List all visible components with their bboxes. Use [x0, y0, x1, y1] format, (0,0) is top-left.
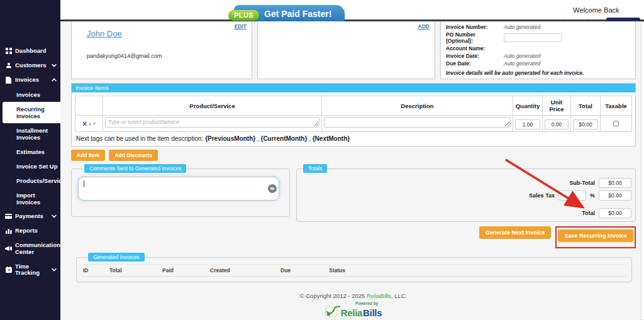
invoice-number-label: Invoice Number: — [446, 24, 504, 30]
sidebar-item-label: Customers — [15, 62, 47, 69]
sidebar-item-installment-invoices[interactable]: Installment Invoices — [0, 123, 60, 145]
sidebar-item-dashboard[interactable]: Dashboard — [0, 44, 60, 58]
tag-separator: , — [307, 135, 312, 142]
sidebar-item-label: Invoice Set Up — [16, 163, 57, 170]
chevron-down-icon — [52, 63, 57, 67]
total-label: Total — [582, 210, 595, 216]
sidebar-item-payments[interactable]: Payments — [0, 209, 60, 224]
move-down-icon[interactable]: ▾ — [93, 121, 96, 126]
reliabills-logo: Powered by ReliaBills — [325, 301, 382, 320]
taxable-checkbox[interactable] — [613, 121, 619, 126]
column-header-total: Total — [108, 265, 161, 277]
subtotal-input[interactable] — [599, 178, 631, 188]
copyright-prefix: © Copyright 2012 - 2025 — [300, 292, 367, 299]
sidebar-item-label: Payments — [15, 213, 43, 220]
customer-panel: EDIT John Doe pandakyung0414@gmail.com — [71, 21, 252, 79]
sidebar-item-label: Import Invoices — [16, 192, 40, 206]
generate-next-invoice-button[interactable]: Generate Next Invoice — [479, 226, 552, 239]
sidebar-item-estimates[interactable]: Estimates — [0, 145, 60, 159]
comments-textarea[interactable] — [78, 177, 279, 201]
chevron-down-icon — [52, 214, 57, 218]
edit-customer-link[interactable]: EDIT — [235, 23, 247, 30]
sales-tax-rate-input[interactable] — [558, 190, 586, 201]
product-service-input[interactable] — [105, 117, 319, 128]
reliabills-logo-icon — [325, 306, 340, 320]
scrollbar-track[interactable] — [641, 21, 644, 320]
sidebar-item-import-invoices[interactable]: Import Invoices — [0, 188, 60, 209]
sidebar-item-invoice-set-up[interactable]: Invoice Set Up — [0, 159, 60, 174]
reliabills-link[interactable]: ReliaBills — [367, 292, 391, 299]
po-number-label: PO Number (Optional): — [446, 31, 504, 44]
sidebar-item-invoices-list[interactable]: Invoices — [0, 87, 60, 102]
sidebar-item-label: Installment Invoices — [16, 127, 48, 141]
bar-chart-icon — [5, 228, 12, 234]
sidebar-item-time-tracking[interactable]: Time Tracking — [0, 260, 60, 281]
sidebar-item-label: Invoices — [15, 77, 39, 84]
add-link[interactable]: ADD — [418, 23, 430, 30]
tag-previous-month: {PreviousMonth} — [205, 135, 255, 142]
generated-invoices-panel: Generated Invoices ID Total Paid Created… — [76, 253, 632, 282]
invoices-submenu: Invoices Recurring Invoices Installment … — [0, 87, 60, 209]
secondary-contact-panel: ADD — [257, 21, 435, 79]
sidebar-item-reports[interactable]: Reports — [0, 224, 60, 238]
percent-sign: % — [590, 192, 595, 199]
column-header-description: Description — [322, 96, 513, 116]
page-footer: © Copyright 2012 - 2025 ReliaBills, LLC.… — [71, 292, 636, 320]
invoice-items-table: Product/Service Description Quantity Uni… — [75, 96, 632, 132]
sidebar-item-customers[interactable]: Customers — [0, 58, 60, 73]
move-up-icon[interactable]: ▴ — [89, 121, 91, 126]
total-input[interactable] — [573, 119, 598, 130]
megaphone-icon — [5, 246, 12, 251]
totals-panel: Totals Sub-Total Sales Tax % Total — [296, 164, 636, 222]
top-bar: PLUS Get Paid Faster! Click here Welcome… — [60, 0, 644, 21]
column-header-unit-price: Unit Price — [543, 96, 571, 116]
add-item-button[interactable]: Add Item — [71, 150, 105, 161]
invoice-number-value: Auto generated — [504, 24, 540, 30]
sidebar-item-label: Time Tracking — [15, 263, 48, 277]
chevron-down-icon — [52, 268, 57, 272]
column-header-id: ID — [82, 265, 108, 277]
add-discounts-button[interactable]: Add Discounts — [109, 150, 158, 161]
copyright-suffix: , LLC. — [391, 292, 407, 299]
invoice-items-header: Invoice Items — [72, 84, 635, 92]
customer-name-link[interactable]: John Doe — [87, 29, 122, 38]
grand-total-input[interactable] — [599, 208, 631, 218]
comments-panel: Comments Sent to Generated Invoices — [71, 164, 290, 217]
column-header-status: Status — [328, 265, 626, 277]
auto-generated-note: Invoice details will be auto generated f… — [446, 70, 630, 76]
column-header-due: Due — [279, 265, 328, 277]
save-recurring-invoice-button[interactable]: Save Recurring Invoice — [558, 229, 633, 242]
dashboard-grid-icon — [5, 48, 12, 54]
logo-text-relia: Relia — [341, 307, 362, 318]
annotation-highlight-box: Save Recurring Invoice — [555, 226, 636, 248]
sidebar-item-label: Recurring Invoices — [16, 106, 45, 119]
quantity-input[interactable] — [515, 119, 540, 130]
invoice-date-label: Invoice Date: — [446, 53, 504, 59]
sales-tax-label: Sales Tax — [529, 192, 555, 199]
column-header-product: Product/Service — [103, 96, 322, 116]
sidebar-item-recurring-invoices[interactable]: Recurring Invoices — [3, 102, 60, 123]
po-number-input[interactable] — [504, 33, 562, 42]
delete-row-icon[interactable]: × — [82, 120, 87, 128]
unit-price-input[interactable] — [545, 119, 569, 130]
invoice-items-section: Invoice Items Product/Service Descriptio… — [71, 83, 636, 146]
generated-invoices-title: Generated Invoices — [88, 253, 145, 262]
due-date-label: Due Date: — [446, 60, 504, 67]
sidebar-item-products-services[interactable]: Products/Services — [0, 174, 60, 188]
sidebar-item-communication-center[interactable]: Communication Center — [0, 238, 60, 260]
due-date-value: Auto generated — [504, 60, 540, 67]
column-header-taxable: Taxable — [601, 96, 632, 116]
generated-invoices-table: ID Total Paid Created Due Status — [82, 264, 626, 277]
sidebar-item-invoices[interactable]: Invoices — [0, 73, 60, 87]
form-actions-row: Generate Next Invoice Save Recurring Inv… — [71, 226, 636, 248]
main-area: PLUS Get Paid Faster! Click here Welcome… — [60, 0, 644, 320]
column-header-total: Total — [571, 96, 601, 116]
logo-text-bills: Bills — [363, 307, 382, 318]
description-input[interactable] — [324, 117, 511, 128]
invoice-header-panels: EDIT John Doe pandakyung0414@gmail.com A… — [71, 21, 636, 79]
user-icon — [5, 62, 12, 69]
sales-tax-amount-input[interactable] — [599, 190, 631, 201]
text-caret — [84, 180, 84, 187]
invoice-details-panel: Invoice Number: Auto generated PO Number… — [440, 21, 636, 79]
emoji-icon[interactable] — [268, 184, 277, 193]
